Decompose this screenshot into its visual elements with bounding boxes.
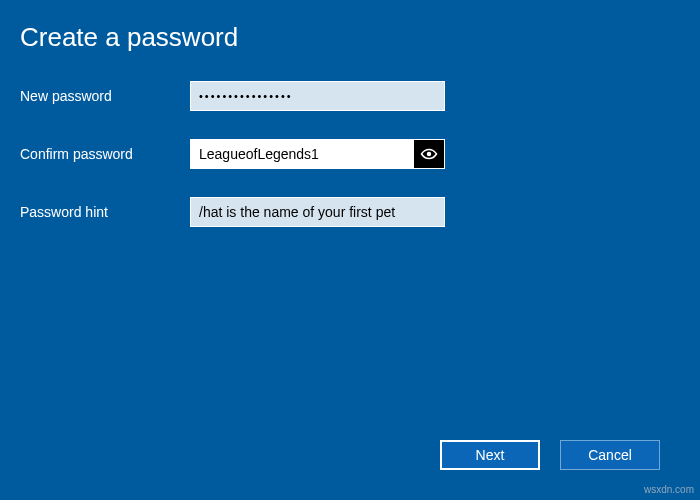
new-password-wrap bbox=[190, 81, 445, 111]
eye-reveal-icon bbox=[420, 148, 438, 160]
dialog-buttons: Next Cancel bbox=[440, 440, 660, 470]
password-hint-wrap bbox=[190, 197, 445, 227]
svg-point-0 bbox=[427, 152, 432, 157]
new-password-row: New password bbox=[0, 81, 700, 111]
next-button[interactable]: Next bbox=[440, 440, 540, 470]
create-password-form: New password Confirm password Password h… bbox=[0, 81, 700, 227]
password-hint-label: Password hint bbox=[20, 204, 190, 220]
confirm-password-row: Confirm password bbox=[0, 139, 700, 169]
page-title: Create a password bbox=[0, 0, 700, 53]
watermark-text: wsxdn.com bbox=[644, 484, 694, 495]
password-hint-row: Password hint bbox=[0, 197, 700, 227]
password-hint-input[interactable] bbox=[190, 197, 445, 227]
new-password-input[interactable] bbox=[190, 81, 445, 111]
reveal-password-button[interactable] bbox=[414, 140, 444, 168]
confirm-password-label: Confirm password bbox=[20, 146, 190, 162]
cancel-button[interactable]: Cancel bbox=[560, 440, 660, 470]
confirm-password-input[interactable] bbox=[191, 140, 414, 168]
confirm-password-wrap bbox=[190, 139, 445, 169]
new-password-label: New password bbox=[20, 88, 190, 104]
